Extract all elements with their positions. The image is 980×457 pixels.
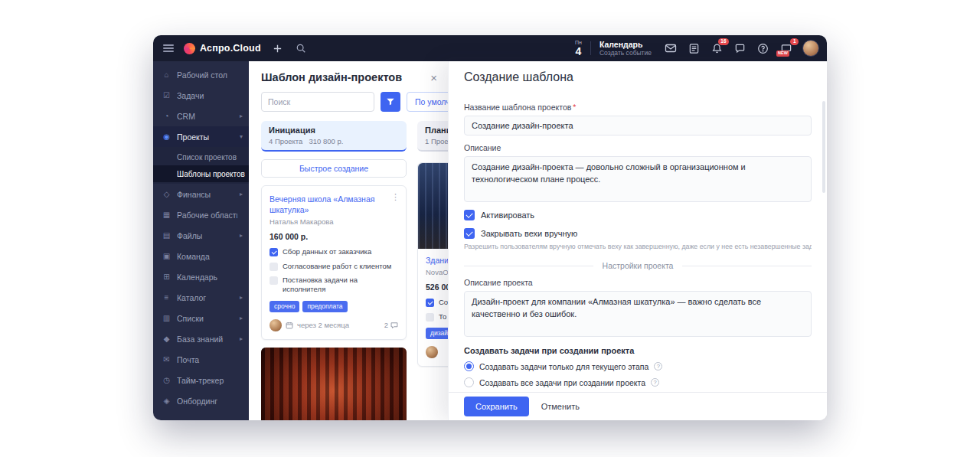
crm-icon: ◔ [162,112,172,120]
close-milestones-row: Закрывать вехи вручную [464,228,812,239]
card-owner: Наталья Макарова [270,217,398,226]
checkbox-checked[interactable] [426,299,434,307]
sidebar-item-projects[interactable]: ◉ Проекты ▾ [153,126,249,147]
app-window: Аспро.Cloud Пн 4 Календарь Создать событ… [153,35,827,420]
sidebar-item-workspaces[interactable]: ▦ Рабочие области [153,204,249,225]
menu-icon[interactable] [163,44,174,52]
sidebar-subitem-project-templates[interactable]: Шаблоны проектов [153,165,249,182]
close-milestones-label: Закрывать вехи вручную [481,229,577,238]
sidebar-item-mail[interactable]: ✉ Почта [153,349,249,370]
tag[interactable]: срочно [270,301,299,312]
project-card[interactable]: Вечерняя школа «Алмазная шкатулка» ⋮ Нат… [261,185,407,340]
topbar: Аспро.Cloud Пн 4 Календарь Создать событ… [153,35,827,61]
sidebar-item-lists[interactable]: ▥ Списки ▸ [153,308,249,328]
date-weekday: Пн [575,40,582,45]
notifications-badge: 16 [718,38,729,46]
calendar-icon: ⊞ [162,273,172,281]
assignee-avatar[interactable] [270,319,282,331]
checkbox-checked[interactable] [270,248,278,256]
milestones-hint: Разрешить пользователям вручную отмечать… [464,243,812,250]
card-amount: 160 000 р. [270,232,398,241]
logo-icon [184,43,195,54]
tag[interactable]: предоплата [302,301,347,312]
whats-new-icon[interactable]: NEW 1 [779,41,794,56]
bell-icon[interactable]: 16 [710,41,724,56]
create-template-modal: Создание шаблона Название шаблона проект… [448,61,827,420]
sidebar-item-tasks[interactable]: ☑ Задачи [153,85,249,106]
help-icon[interactable]: ? [651,378,659,387]
modal-body: Название шаблона проектов* Описание Созд… [449,93,827,392]
checkbox-unchecked[interactable] [270,276,278,285]
radio-selected[interactable] [464,361,474,371]
column-header[interactable]: Инициация 4 Проекта 310 800 р. [261,121,407,152]
card-checklist: Сбор данных от заказчика Согласование ра… [270,247,398,294]
close-icon[interactable]: × [430,72,437,83]
checkbox-checked[interactable] [464,210,475,220]
tasks-icon: ☑ [162,91,172,100]
page-title: Шаблон дизайн-проектов [261,71,402,83]
column-count: 4 Проекта [269,137,302,145]
divider [590,41,591,55]
search-icon[interactable] [294,41,308,55]
sidebar-item-files[interactable]: ▤ Файлы ▸ [153,225,249,246]
sidebar-item-knowledge-base[interactable]: ◆ База знаний ▸ [153,328,249,349]
quick-create-button[interactable]: Быстрое создание [261,159,407,178]
card-title[interactable]: Вечерняя школа «Алмазная шкатулка» [270,194,398,215]
template-name-label: Название шаблона проектов* [464,103,812,112]
add-icon[interactable] [271,42,284,55]
project-description-textarea[interactable]: Дизайн-проект для компании «Алмазная шка… [464,291,812,337]
sidebar-subitem-project-list[interactable]: Список проектов [153,149,249,165]
save-button[interactable]: Сохранить [464,397,529,416]
assignee-avatar[interactable] [426,346,438,358]
chevron-right-icon: ▸ [240,315,243,322]
time-tracker-icon: ◷ [162,376,172,384]
chat-icon[interactable] [733,41,747,56]
column-sum: 310 800 р. [309,137,343,145]
sidebar-item-time-tracker[interactable]: ◷ Тайм-трекер [153,370,249,390]
sidebar-item-desktop[interactable]: ⌂ Рабочий стол [153,64,249,85]
required-mark: * [573,103,576,112]
help-icon[interactable]: ? [654,362,662,370]
description-textarea[interactable]: Создание дизайн-проекта — довольно сложн… [464,156,812,202]
template-name-input[interactable] [464,116,812,135]
calendar-subtitle: Создать событие [599,49,652,57]
radio-unselected[interactable] [464,377,474,387]
radio-all-tasks-row: Создавать все задачи при создании проект… [464,377,812,387]
team-icon: ▣ [162,252,172,260]
project-card-image[interactable] [261,348,407,420]
search-input[interactable] [261,92,374,112]
sidebar-item-catalog[interactable]: ≡ Каталог ▸ [153,287,249,308]
help-icon[interactable] [756,41,770,56]
sidebar-item-finance[interactable]: ◇ Финансы ▸ [153,184,249,204]
knowledge-base-icon: ◆ [162,335,172,343]
sidebar-item-team[interactable]: ▣ Команда [153,246,249,266]
kebab-menu-icon[interactable]: ⋮ [391,192,400,202]
calendar-widget[interactable]: Календарь Создать событие [599,40,652,57]
date-widget[interactable]: Пн 4 [575,40,582,57]
mail-icon[interactable] [663,41,678,56]
new-chip: NEW [776,51,789,57]
logo-text: Аспро.Cloud [200,43,261,54]
checklist-item: Сбор данных от заказчика [270,247,398,256]
notes-icon[interactable] [687,41,701,56]
chevron-right-icon: ▸ [240,232,243,239]
funnel-icon [386,97,395,106]
lists-icon: ▥ [162,314,172,322]
scrollbar-thumb[interactable] [822,101,825,193]
sidebar-item-calendar[interactable]: ⊞ Календарь [153,266,249,287]
logo[interactable]: Аспро.Cloud [184,43,261,54]
workspaces-icon: ▦ [162,211,172,219]
chevron-right-icon: ▸ [240,335,243,342]
date-day: 4 [576,46,582,57]
checkbox-checked[interactable] [464,228,475,239]
checkbox-unchecked[interactable] [426,313,434,322]
filter-button[interactable] [381,92,400,112]
checkbox-unchecked[interactable] [270,263,278,271]
chevron-down-icon: ▾ [240,133,243,140]
sidebar-item-crm[interactable]: ◔ CRM ▸ [153,106,249,126]
cancel-button[interactable]: Отменить [541,402,580,411]
sidebar-item-onboarding[interactable]: ◈ Онбординг [153,390,249,411]
projects-icon: ◉ [162,132,172,141]
user-avatar[interactable] [802,40,819,57]
comments-counter[interactable]: 2 [384,321,398,329]
